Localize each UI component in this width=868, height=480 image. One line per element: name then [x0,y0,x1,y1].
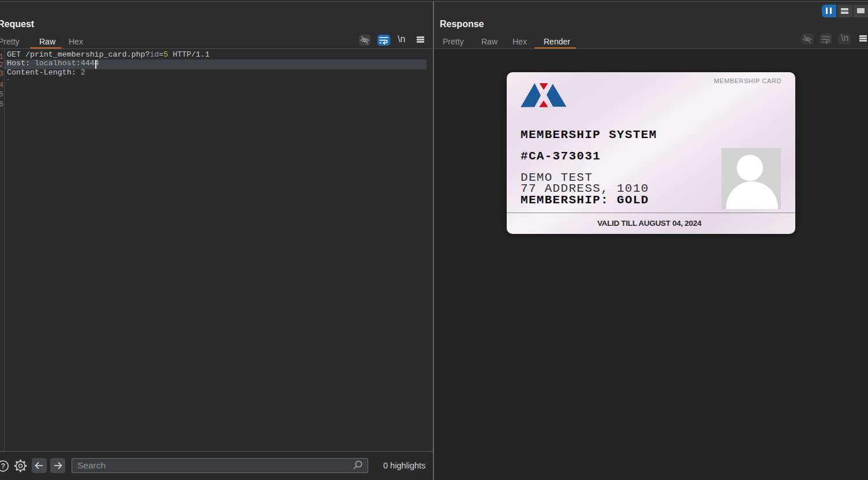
svg-text:?: ? [1,462,5,470]
